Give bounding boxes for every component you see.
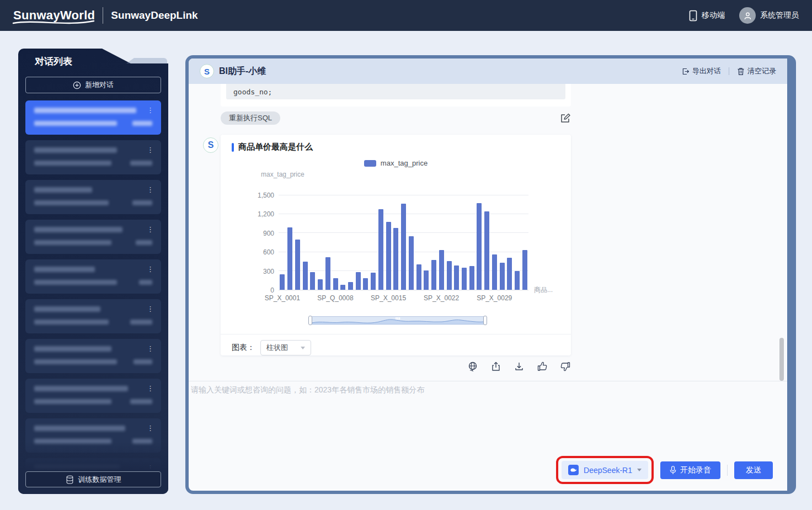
more-options-icon[interactable]: ⋮ (147, 106, 154, 114)
top-navbar: SunwayWorld SunwayDeepLink 移动端 系统管理员 (0, 0, 812, 31)
bar[interactable] (462, 268, 467, 290)
conversation-sidebar: 对话列表 新增对话 ⋮ ⋮ ⋮ ⋮ ⋮ ⋮ ⋮ ⋮ (18, 49, 168, 494)
redacted-date (34, 121, 117, 126)
logo-divider (103, 7, 103, 24)
export-icon (681, 67, 690, 76)
chart-type-value: 柱状图 (266, 343, 288, 353)
redacted-tag (132, 200, 152, 205)
data-zoom-slider[interactable] (310, 316, 485, 325)
scrollbar-thumb[interactable] (779, 338, 784, 381)
more-options-icon[interactable]: ⋮ (147, 185, 154, 194)
chat-input[interactable] (191, 385, 731, 446)
mobile-label: 移动端 (702, 10, 725, 20)
bar[interactable] (447, 261, 452, 290)
chat-header: S BI助手-小维 导出对话 (189, 59, 787, 84)
microphone-icon (670, 466, 676, 475)
data-zoom-grip[interactable] (396, 317, 400, 320)
download-icon[interactable] (514, 361, 525, 372)
more-options-icon[interactable]: ⋮ (147, 146, 154, 154)
conversation-item[interactable]: ⋮ (25, 299, 161, 333)
export-chat-button[interactable]: 导出对话 (681, 66, 721, 76)
database-icon (66, 475, 74, 484)
conversation-item[interactable]: ⋮ (25, 379, 161, 413)
more-options-icon[interactable]: ⋮ (147, 424, 154, 432)
start-recording-button[interactable]: 开始录音 (660, 461, 720, 479)
bar[interactable] (287, 227, 292, 290)
bar[interactable] (401, 204, 406, 290)
conversation-item[interactable]: ⋮ (25, 339, 161, 373)
bar[interactable] (363, 278, 368, 290)
redacted-title (34, 108, 136, 113)
clear-history-button[interactable]: 清空记录 (737, 66, 776, 76)
bar[interactable] (356, 272, 361, 290)
bar[interactable] (303, 262, 308, 290)
data-zoom-handle-right[interactable] (483, 316, 487, 325)
share-icon[interactable] (490, 361, 501, 372)
rerun-sql-button[interactable]: 重新执行SQL (221, 111, 280, 125)
chart-legend[interactable]: max_tag_price (221, 159, 571, 167)
bar[interactable] (333, 278, 338, 290)
edit-sql-icon[interactable] (560, 113, 571, 124)
more-options-icon[interactable]: ⋮ (147, 265, 154, 273)
bar[interactable] (439, 250, 444, 290)
model-selector[interactable]: DeepSeek-R1 (562, 461, 648, 479)
bar[interactable] (340, 285, 345, 290)
bar[interactable] (393, 228, 398, 290)
sidebar-tab-strip (126, 58, 167, 63)
user-menu[interactable]: 系统管理员 (739, 7, 799, 24)
thumbs-down-icon[interactable] (560, 361, 571, 372)
assistant-message-avatar: S (203, 137, 218, 153)
bar[interactable] (477, 203, 482, 290)
bar[interactable] (310, 272, 315, 290)
bar[interactable] (515, 271, 520, 290)
conversation-item[interactable]: ⋮ (25, 100, 161, 135)
bar[interactable] (416, 264, 421, 290)
bar[interactable] (318, 279, 323, 290)
bar[interactable] (492, 254, 497, 290)
conversation-item[interactable]: ⋮ (25, 220, 161, 254)
bar[interactable] (280, 274, 285, 290)
conversation-item[interactable]: ⋮ (25, 180, 161, 214)
deepseek-whale-icon (568, 465, 579, 475)
bar[interactable] (469, 266, 474, 290)
conversation-item[interactable]: ⋮ (25, 140, 161, 174)
redacted-date (34, 320, 109, 325)
bar[interactable] (348, 282, 353, 290)
more-options-icon[interactable]: ⋮ (147, 305, 154, 313)
bar[interactable] (325, 257, 330, 290)
more-options-icon[interactable]: ⋮ (147, 384, 154, 392)
bar[interactable] (409, 236, 414, 290)
data-zoom-handle-left[interactable] (308, 316, 312, 325)
bar[interactable] (386, 222, 391, 290)
bar[interactable] (378, 209, 383, 290)
more-options-icon[interactable]: ⋮ (147, 464, 154, 472)
more-options-icon[interactable]: ⋮ (147, 344, 154, 353)
more-options-icon[interactable]: ⋮ (147, 225, 154, 233)
model-chevron-down-icon (637, 469, 642, 471)
conversation-item[interactable]: ⋮ (25, 418, 161, 453)
y-axis-name: max_tag_price (261, 171, 304, 178)
mobile-link[interactable]: 移动端 (689, 10, 725, 22)
conversation-item[interactable]: ⋮ (25, 259, 161, 294)
bar[interactable] (522, 250, 527, 290)
x-axis-name: 商品... (534, 285, 553, 295)
redacted-tag (130, 161, 152, 166)
bar[interactable] (371, 273, 376, 290)
bar[interactable] (484, 211, 489, 290)
send-button[interactable]: 发送 (734, 461, 773, 479)
chart-type-select[interactable]: 柱状图 (260, 340, 311, 355)
bar[interactable] (295, 240, 300, 290)
bar[interactable] (500, 263, 505, 290)
training-data-button[interactable]: 训练数据管理 (25, 471, 161, 487)
redacted-date (34, 200, 109, 205)
bar[interactable] (454, 265, 459, 290)
chart-answer-card: 商品单价最高是什么 max_tag_price max_tag_price 03… (221, 135, 571, 355)
language-globe-icon[interactable] (467, 361, 478, 372)
thumbs-up-icon[interactable] (537, 361, 548, 372)
bar[interactable] (507, 258, 512, 290)
new-chat-button[interactable]: 新增对话 (25, 77, 161, 93)
y-tick-label: 600 (250, 248, 274, 256)
bar[interactable] (424, 270, 429, 290)
bar[interactable] (431, 260, 436, 290)
legend-label: max_tag_price (381, 159, 428, 167)
